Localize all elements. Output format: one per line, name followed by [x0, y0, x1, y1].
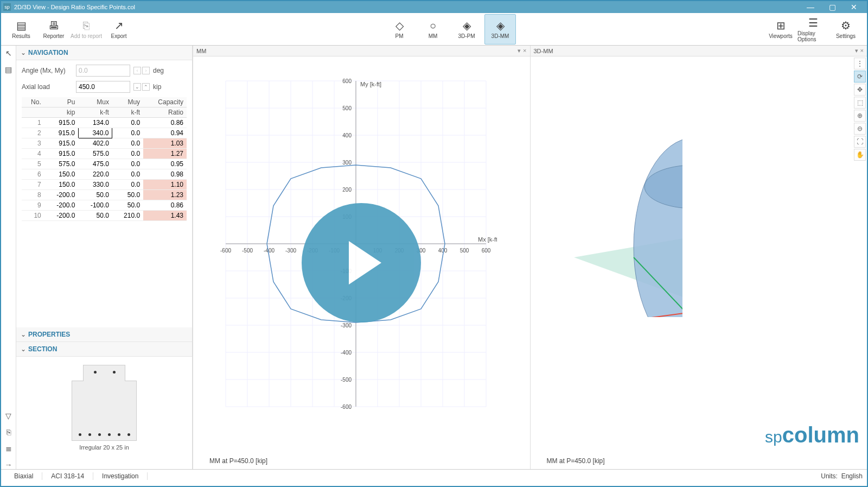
properties-title: PROPERTIES: [28, 331, 70, 338]
properties-header[interactable]: ⌄PROPERTIES: [16, 327, 192, 342]
col-no: No.: [22, 97, 44, 107]
copy-icon[interactable]: ⎘: [7, 428, 11, 437]
table-row[interactable]: 1915.0134.00.00.86: [22, 118, 187, 128]
table-row[interactable]: 4915.0575.00.01.27: [22, 149, 187, 159]
pane-close-icon[interactable]: ×: [523, 47, 526, 54]
hand-icon[interactable]: ✋: [854, 149, 866, 161]
navigation-header[interactable]: ⌄NAVIGATION: [16, 46, 192, 60]
view-menu-icon[interactable]: ⋮: [854, 58, 866, 69]
maximize-button[interactable]: ▢: [821, 3, 843, 11]
unit-muy: k-ft: [112, 107, 143, 118]
pane-menu-icon[interactable]: ▾: [518, 47, 521, 54]
select3d-icon[interactable]: ⬚: [854, 97, 866, 109]
pm-button[interactable]: ◇PM: [384, 14, 415, 45]
settings-label: Settings: [836, 33, 856, 39]
pane3d-close-icon[interactable]: ×: [860, 47, 864, 54]
svg-text:500: 500: [460, 248, 469, 254]
table-row[interactable]: 3915.0402.00.01.03: [22, 138, 187, 149]
logo-column: column: [782, 423, 859, 447]
status-code: ACI 318-14: [42, 472, 93, 480]
mm-pane-title: MM: [196, 48, 206, 54]
zoom-out-icon[interactable]: ⊖: [854, 123, 866, 135]
mm3d-button[interactable]: ◈3D-MM: [484, 14, 516, 45]
minimize-button[interactable]: —: [800, 3, 821, 11]
svg-text:-300: -300: [341, 322, 352, 328]
axial-down-icon[interactable]: ⌄: [133, 83, 141, 91]
mm3d-caption: MM at P=450.0 [kip]: [547, 457, 605, 465]
zoom-in-icon[interactable]: ⊕: [854, 110, 866, 122]
table-row[interactable]: 10-200.050.0210.01.43: [22, 211, 187, 221]
table-row[interactable]: 5575.0475.00.00.95: [22, 159, 187, 169]
mm3d-pane: 3D-MM ▾× ⋮ ⟳ ✥ ⬚ ⊕ ⊖ ⛶ ✋: [530, 46, 867, 469]
play-button[interactable]: [302, 203, 421, 322]
app-icon: sp: [3, 3, 11, 11]
mm-pane: MM ▾× Mx [k-ft] My [k-ft] -600-500-400-3…: [193, 46, 530, 469]
pm-label: PM: [395, 33, 404, 39]
unit-mux: k-ft: [78, 107, 112, 118]
pm3d-button[interactable]: ◈3D-PM: [451, 14, 482, 45]
logo-sp: sp: [765, 428, 782, 446]
axial-up-icon[interactable]: ⌃: [142, 83, 150, 91]
svg-text:500: 500: [342, 105, 352, 111]
table-row[interactable]: 6150.0220.00.00.98: [22, 169, 187, 180]
left-rail: ↖ ▤ ▽ ⎘ ≣ →: [1, 46, 16, 469]
svg-text:600: 600: [342, 78, 352, 84]
viewports-label: Viewports: [769, 33, 793, 39]
svg-text:-600: -600: [220, 248, 231, 254]
reporter-button[interactable]: 🖶Reporter: [38, 14, 69, 45]
display-options-button[interactable]: ☰Display Options: [797, 14, 829, 45]
svg-text:-500: -500: [341, 377, 352, 383]
axial-input[interactable]: [76, 81, 130, 93]
viewports-button[interactable]: ⊞Viewports: [765, 14, 796, 45]
svg-text:400: 400: [342, 132, 352, 138]
close-button[interactable]: ✕: [843, 3, 865, 11]
units-value: English: [841, 472, 863, 480]
filter-icon[interactable]: ▽: [5, 412, 11, 420]
ylabel: My [k-ft]: [360, 81, 381, 87]
svg-text:-400: -400: [264, 248, 275, 254]
arrow-icon[interactable]: →: [5, 460, 12, 469]
mm-label: MM: [429, 33, 438, 39]
table-row[interactable]: 8-200.050.050.01.23: [22, 190, 187, 200]
section-label: Irregular 20 x 25 in: [79, 444, 129, 451]
mm3d-pane-title: 3D-MM: [534, 48, 553, 54]
mm-button[interactable]: ○MM: [417, 14, 449, 45]
unit-pu: kip: [44, 107, 79, 118]
export-button[interactable]: ↗Export: [103, 14, 135, 45]
mm3d-chart: [541, 89, 682, 317]
axial-label: Axial load: [22, 83, 76, 91]
list-icon[interactable]: ≣: [5, 444, 12, 453]
angle-label: Angle (Mx, My): [22, 67, 76, 74]
results-button[interactable]: ▤Results: [5, 14, 37, 45]
status-mode: Investigation: [93, 472, 148, 480]
reporter-label: Reporter: [43, 33, 65, 39]
angle-unit: deg: [153, 67, 168, 74]
pane3d-menu-icon[interactable]: ▾: [855, 47, 858, 54]
note-tool-icon[interactable]: ▤: [5, 65, 12, 74]
nav-title: NAVIGATION: [28, 49, 68, 56]
ribbon: ▤Results 🖶Reporter ⎘Add to report ↗Expor…: [1, 13, 867, 46]
table-row[interactable]: 9-200.0-100.050.00.86: [22, 200, 187, 211]
loads-table: No. Pu Mux Muy Capacity kip k-ft k-ft Ra…: [22, 97, 187, 221]
window-title: 2D/3D View - Design Ratio Specific Point…: [14, 4, 135, 10]
angle-prev-icon: ‹: [133, 67, 141, 74]
settings-button[interactable]: ⚙Settings: [830, 14, 861, 45]
col-mux: Mux: [78, 97, 112, 107]
svg-text:-600: -600: [341, 404, 352, 410]
table-row[interactable]: 2915.0340.00.00.94: [22, 128, 187, 138]
orbit-icon[interactable]: ⟳: [854, 71, 866, 83]
cursor-tool-icon[interactable]: ↖: [5, 49, 12, 58]
table-row[interactable]: 7150.0330.00.01.10: [22, 180, 187, 190]
view-toolbar: ⋮ ⟳ ✥ ⬚ ⊕ ⊖ ⛶ ✋: [854, 58, 866, 161]
svg-text:400: 400: [438, 248, 448, 254]
titlebar: sp 2D/3D View - Design Ratio Specific Po…: [1, 1, 867, 13]
svg-point-53: [634, 138, 682, 317]
status-biaxial: Biaxial: [5, 472, 42, 480]
add-to-report-button: ⎘Add to report: [71, 14, 102, 45]
units-label: Units:: [821, 472, 838, 480]
pan3d-icon[interactable]: ✥: [854, 84, 866, 96]
section-header[interactable]: ⌄SECTION: [16, 342, 192, 357]
svg-text:-300: -300: [285, 248, 296, 254]
fit-icon[interactable]: ⛶: [854, 136, 866, 148]
xlabel: Mx [k-ft]: [478, 236, 497, 243]
